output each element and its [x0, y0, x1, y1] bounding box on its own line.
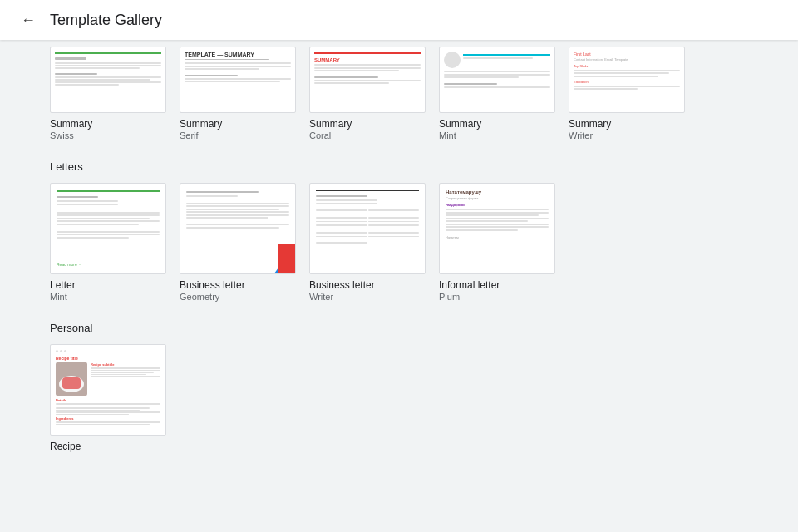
letters-row: Read more → Letter Mint [50, 183, 748, 302]
template-name-mint: Summary [439, 118, 555, 130]
personal-section-label: Personal [50, 322, 748, 334]
template-card-summary-mint[interactable]: Summary Mint [439, 47, 555, 140]
template-style-writer: Writer [569, 131, 685, 140]
template-name-business-writer: Business letter [309, 279, 426, 291]
template-style-informal-plum: Plum [439, 292, 555, 302]
template-name-serif: Summary [180, 118, 296, 130]
template-name-coral: Summary [309, 118, 426, 130]
template-style-business-writer: Writer [309, 292, 426, 302]
header: ← Template Gallery [0, 0, 798, 40]
template-name-informal-plum: Informal letter [439, 279, 555, 291]
back-button[interactable]: ← [13, 5, 43, 35]
template-style-coral: Coral [309, 131, 426, 140]
template-name-business-geometry: Business letter [180, 279, 296, 291]
template-name-writer: Summary [569, 118, 685, 130]
template-thumb-mint [439, 47, 555, 113]
letters-section-label: Letters [50, 160, 748, 173]
back-icon: ← [21, 12, 36, 29]
template-thumb-business-geometry [180, 183, 296, 274]
template-style-mint: Mint [439, 131, 555, 140]
template-card-summary-coral[interactable]: SUMMARY Summary Coral [309, 47, 426, 140]
template-card-business-letter-writer[interactable]: Business letter Writer [309, 183, 426, 302]
template-thumb-business-writer [309, 183, 426, 274]
template-name-letter-mint: Letter [50, 279, 166, 291]
app-container: ← Template Gallery [0, 0, 798, 532]
template-card-letter-mint[interactable]: Read more → Letter Mint [50, 183, 166, 302]
template-name-swiss: Summary [50, 118, 166, 130]
template-card-informal-letter-plum[interactable]: Нататемарушу Сокращенная форма Ям Дорого… [439, 183, 555, 302]
template-thumb-recipe: Recipe title Recipe subtitle [50, 344, 166, 436]
personal-row: Recipe title Recipe subtitle [50, 344, 748, 453]
template-card-recipe[interactable]: Recipe title Recipe subtitle [50, 344, 166, 453]
template-style-swiss: Swiss [50, 131, 166, 140]
template-thumb-serif: TEMPLATE — SUMMARY [180, 47, 296, 113]
template-card-business-letter-geometry[interactable]: Business letter Geometry [180, 183, 296, 302]
template-thumb-swiss [50, 47, 166, 113]
template-card-summary-serif[interactable]: TEMPLATE — SUMMARY Summary Serif [180, 47, 296, 140]
template-thumb-letter-mint: Read more → [50, 183, 166, 274]
template-thumb-writer: First Last Contact Information: Email: T… [569, 47, 685, 113]
page-title: Template Gallery [50, 12, 162, 29]
summary-row: Summary Swiss TEMPLATE — SUMMARY [50, 47, 748, 140]
content-area: Summary Swiss TEMPLATE — SUMMARY [0, 40, 798, 532]
template-name-recipe: Recipe [50, 441, 166, 452]
template-thumb-informal-plum: Нататемарушу Сокращенная форма Ям Дорого… [439, 183, 555, 274]
template-style-letter-mint: Mint [50, 292, 166, 302]
template-style-business-geometry: Geometry [180, 292, 296, 302]
template-style-serif: Serif [180, 131, 296, 140]
template-card-summary-swiss[interactable]: Summary Swiss [50, 47, 166, 140]
template-card-summary-writer[interactable]: First Last Contact Information: Email: T… [569, 47, 685, 140]
template-thumb-coral: SUMMARY [309, 47, 426, 113]
